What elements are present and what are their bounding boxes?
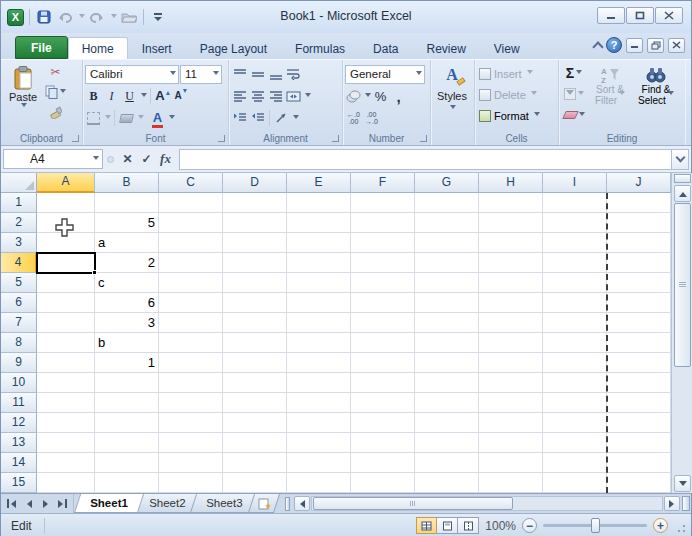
cell-D12[interactable] [223,413,287,433]
cell-J1[interactable] [607,193,671,213]
cell-G3[interactable] [415,233,479,253]
clear-button[interactable] [564,106,585,124]
cell-A11[interactable] [37,393,95,413]
copy-button[interactable] [45,83,66,101]
cell-B5[interactable]: c [95,273,159,293]
cell-G12[interactable] [415,413,479,433]
underline-dropdown-arrow[interactable] [141,93,147,100]
cell-H1[interactable] [479,193,543,213]
cell-D5[interactable] [223,273,287,293]
cell-G10[interactable] [415,373,479,393]
cell-G11[interactable] [415,393,479,413]
cell-F2[interactable] [351,213,415,233]
cell-D14[interactable] [223,453,287,473]
row-header-15[interactable]: 15 [1,473,37,493]
restore-button[interactable] [626,7,654,24]
cell-E2[interactable] [287,213,351,233]
cell-G2[interactable] [415,213,479,233]
borders-dropdown-arrow[interactable] [105,115,111,122]
cell-F6[interactable] [351,293,415,313]
minimize-button[interactable] [597,7,625,24]
cell-F14[interactable] [351,453,415,473]
cell-I11[interactable] [543,393,607,413]
cell-B13[interactable] [95,433,159,453]
cell-A9[interactable] [37,353,95,373]
vertical-scrollbar[interactable] [671,173,692,493]
cell-B6[interactable]: 6 [95,293,159,313]
cell-B3[interactable]: a [95,233,159,253]
cell-F9[interactable] [351,353,415,373]
resize-grip[interactable] [674,521,687,534]
column-header-D[interactable]: D [223,173,287,193]
cell-G6[interactable] [415,293,479,313]
cell-D7[interactable] [223,313,287,333]
scroll-right-button[interactable] [664,496,680,511]
row-header-11[interactable]: 11 [1,393,37,413]
accounting-format-button[interactable] [345,87,362,105]
row-header-14[interactable]: 14 [1,453,37,473]
align-left-button[interactable] [231,87,248,105]
italic-button[interactable]: I [103,87,120,105]
cell-E13[interactable] [287,433,351,453]
cell-I7[interactable] [543,313,607,333]
row-header-3[interactable]: 3 [1,233,37,253]
fill-color-dropdown-arrow[interactable] [138,115,144,122]
cell-J14[interactable] [607,453,671,473]
font-name-select[interactable]: Calibri [85,65,179,84]
merge-dropdown-arrow[interactable] [305,93,311,100]
cell-C13[interactable] [159,433,223,453]
cell-J10[interactable] [607,373,671,393]
cell-D3[interactable] [223,233,287,253]
cell-H14[interactable] [479,453,543,473]
cell-E1[interactable] [287,193,351,213]
orientation-button[interactable] [273,109,290,127]
align-bottom-button[interactable] [267,65,284,83]
cell-C12[interactable] [159,413,223,433]
previous-sheet-button[interactable] [21,496,36,511]
cell-C9[interactable] [159,353,223,373]
decrease-indent-button[interactable] [231,109,248,127]
cell-J3[interactable] [607,233,671,253]
cell-G13[interactable] [415,433,479,453]
cell-F10[interactable] [351,373,415,393]
cell-I4[interactable] [543,253,607,273]
cell-J15[interactable] [607,473,671,493]
row-header-8[interactable]: 8 [1,333,37,353]
delete-cells-button[interactable]: Delete [477,84,556,105]
cell-G14[interactable] [415,453,479,473]
horizontal-split-handle[interactable] [682,496,690,511]
cell-H4[interactable] [479,253,543,273]
merge-center-button[interactable] [285,87,302,105]
cell-G9[interactable] [415,353,479,373]
formula-input[interactable] [179,149,671,170]
increase-decimal-button[interactable]: ←.0.00 [345,109,362,127]
paste-button[interactable]: Paste [3,63,43,127]
cell-D2[interactable] [223,213,287,233]
cell-E5[interactable] [287,273,351,293]
cell-B14[interactable] [95,453,159,473]
horizontal-scroll-thumb[interactable] [313,497,513,510]
cell-C8[interactable] [159,333,223,353]
cell-D8[interactable] [223,333,287,353]
next-sheet-button[interactable] [38,496,53,511]
cell-J6[interactable] [607,293,671,313]
cancel-button[interactable]: ✕ [118,150,137,169]
cut-button[interactable]: ✂ [45,63,66,81]
cell-C6[interactable] [159,293,223,313]
autosum-button[interactable]: Σ [566,64,583,82]
expand-formula-bar-button[interactable] [671,149,689,170]
zoom-slider[interactable] [543,524,647,527]
styles-button[interactable]: A Styles [433,63,471,127]
workbook-close-button[interactable] [668,38,685,53]
find-select-button[interactable]: Find & Select [633,63,679,124]
cell-H3[interactable] [479,233,543,253]
decrease-font-size-button[interactable]: A [172,87,189,105]
align-right-button[interactable] [267,87,284,105]
column-header-G[interactable]: G [415,173,479,193]
cell-J4[interactable] [607,253,671,273]
cell-F7[interactable] [351,313,415,333]
cell-F8[interactable] [351,333,415,353]
cell-E12[interactable] [287,413,351,433]
font-size-select[interactable]: 11 [180,65,222,84]
cell-G7[interactable] [415,313,479,333]
